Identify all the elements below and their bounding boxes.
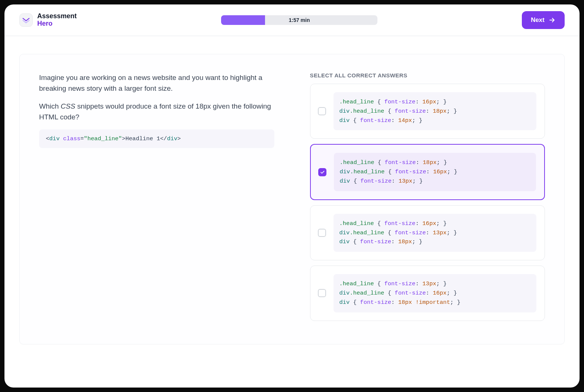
- answer-checkbox-1[interactable]: [318, 168, 326, 176]
- arrow-right-icon: [548, 16, 556, 24]
- header: Assessment Hero 1:57 min Next: [4, 4, 580, 36]
- question-code-snippet: <div class="head_line">Headline 1</div>: [39, 129, 274, 148]
- brand-name: Assessment Hero: [37, 13, 77, 28]
- app-window: Assessment Hero 1:57 min Next Imagine yo…: [4, 4, 580, 388]
- answers-list: .head_line { font-size: 16px; } div.head…: [310, 84, 545, 321]
- brand: Assessment Hero: [19, 13, 77, 28]
- timer-label: 1:57 min: [289, 17, 310, 23]
- answer-checkbox-0[interactable]: [318, 107, 326, 115]
- answer-code-1: .head_line { font-size: 18px; } div.head…: [334, 153, 536, 191]
- answer-code-2: .head_line { font-size: 16px; } div.head…: [334, 214, 537, 252]
- check-icon: [320, 170, 325, 175]
- answer-code-3: .head_line { font-size: 13px; } div.head…: [334, 274, 537, 312]
- brand-logo-icon: [19, 13, 33, 27]
- question-column: Imagine you are working on a news websit…: [39, 72, 274, 326]
- next-button-label: Next: [531, 16, 545, 24]
- answer-instruction: SELECT ALL CORRECT ANSWERS: [310, 72, 545, 78]
- answer-option-3[interactable]: .head_line { font-size: 13px; } div.head…: [310, 266, 545, 321]
- brand-name-line1: Assessment: [37, 13, 77, 20]
- main-content: Imagine you are working on a news websit…: [4, 36, 580, 388]
- brand-name-line2: Hero: [37, 20, 77, 28]
- progress-fill: [221, 15, 265, 25]
- progress-bar: 1:57 min: [221, 15, 377, 25]
- answers-column: SELECT ALL CORRECT ANSWERS .head_line { …: [310, 72, 545, 326]
- answer-checkbox-3[interactable]: [318, 289, 326, 297]
- answer-option-1[interactable]: .head_line { font-size: 18px; } div.head…: [310, 144, 545, 200]
- question-paragraph-1: Imagine you are working on a news websit…: [39, 72, 274, 94]
- question-card: Imagine you are working on a news websit…: [19, 54, 565, 344]
- answer-checkbox-2[interactable]: [318, 229, 326, 237]
- answer-code-0: .head_line { font-size: 16px; } div.head…: [334, 92, 537, 130]
- answer-option-0[interactable]: .head_line { font-size: 16px; } div.head…: [310, 84, 545, 139]
- answer-option-2[interactable]: .head_line { font-size: 16px; } div.head…: [310, 205, 545, 260]
- question-paragraph-2: Which CSS snippets would produce a font …: [39, 101, 274, 123]
- next-button[interactable]: Next: [522, 11, 565, 29]
